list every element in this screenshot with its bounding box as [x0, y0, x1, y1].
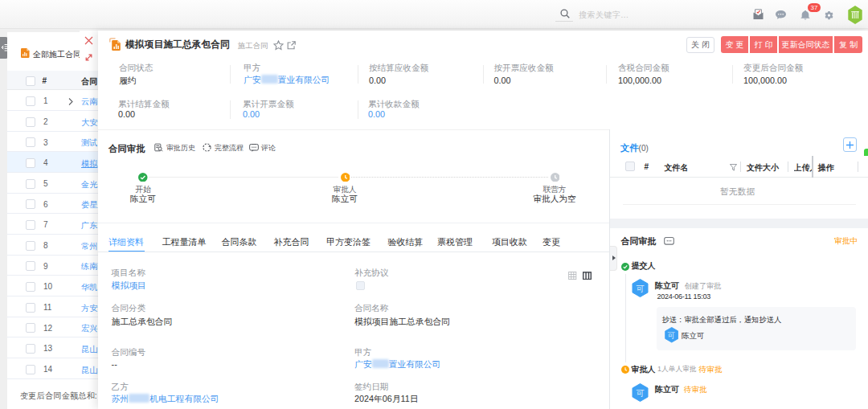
svg-text:可: 可: [666, 331, 675, 340]
svg-text:可: 可: [636, 284, 645, 293]
svg-text:可: 可: [636, 387, 645, 397]
